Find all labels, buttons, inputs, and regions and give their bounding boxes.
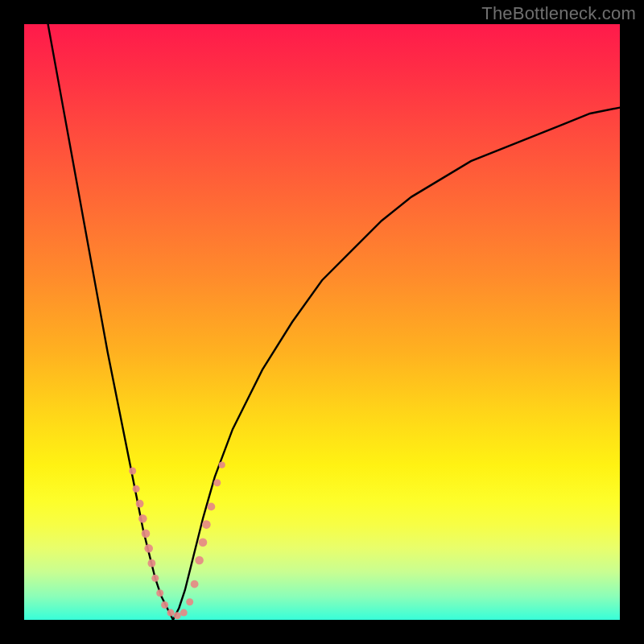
marker-dot	[136, 500, 144, 508]
marker-dot	[148, 559, 156, 568]
curve-right-branch	[173, 108, 620, 620]
marker-dot	[191, 580, 199, 588]
marker-dot	[199, 539, 208, 547]
marker-dot	[208, 503, 216, 511]
marker-dot	[138, 514, 147, 523]
plot-area	[24, 24, 620, 620]
marker-dot	[151, 575, 159, 582]
marker-dot	[142, 529, 151, 538]
marker-dot	[213, 479, 221, 486]
marker-dot	[129, 468, 136, 475]
marker-dot	[186, 598, 193, 605]
marker-group	[129, 462, 225, 620]
marker-dot	[202, 520, 211, 529]
marker-dot	[144, 544, 153, 553]
marker-dot	[167, 609, 175, 617]
marker-dot	[219, 462, 225, 469]
curve-left-branch	[48, 24, 173, 620]
marker-dot	[161, 601, 168, 609]
chart-svg	[24, 24, 620, 620]
marker-dot	[195, 556, 204, 565]
marker-dot	[156, 589, 163, 597]
watermark-text: TheBottleneck.com	[481, 3, 636, 24]
marker-dot	[180, 609, 188, 617]
marker-dot	[133, 485, 140, 493]
outer-frame: TheBottleneck.com	[0, 0, 644, 644]
marker-dot	[174, 612, 181, 619]
